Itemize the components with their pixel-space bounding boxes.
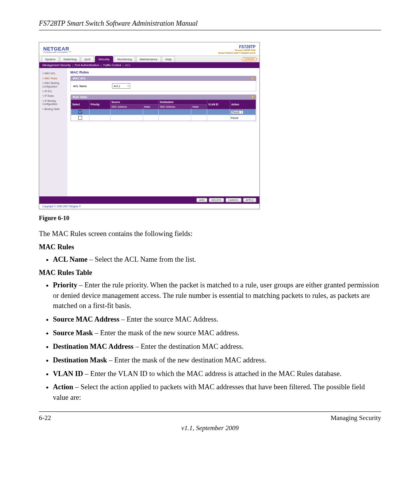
footer-section-name: Managing Security (331, 414, 381, 422)
col-dst-mac: MAC Address (159, 105, 191, 109)
page-footer: 6-22 Managing Security v1.1, September 2… (39, 411, 381, 432)
field-vlan-id: VLAN ID – Enter the VLAN ID to which the… (53, 369, 381, 379)
sidenav-mac-binding[interactable]: » MAC Binding Configuration (41, 81, 66, 89)
sub-nav-bar: Management Security| Port Authentication… (39, 62, 259, 68)
tab-switching[interactable]: Switching (60, 56, 80, 62)
section-mac-rules-table-heading: MAC Rules Table (39, 269, 381, 277)
col-dst-mask: Mask (191, 105, 207, 109)
field-action: Action – Select the action applied to pa… (53, 382, 381, 403)
add-button[interactable]: ADD (196, 198, 207, 202)
sidenav-ip-rules[interactable]: » IP Rules (41, 94, 66, 98)
screenshot-ui: NETGEAR Connect with Innovation ™ FS728T… (39, 42, 260, 209)
help-icon[interactable]: ? (251, 96, 254, 99)
col-action: Action (230, 100, 256, 109)
brand-tagline: Connect with Innovation ™ (43, 51, 71, 53)
field-source-mask: Source Mask – Enter the mask of the new … (53, 328, 381, 338)
field-dest-mac: Destination MAC Address – Enter the dest… (53, 341, 381, 352)
footer-version: v1.1, September 2009 (39, 424, 381, 432)
copyright-text: Copyright © 1996-2007 Netgear ® (39, 204, 259, 209)
tab-help[interactable]: Help (162, 56, 175, 62)
col-vlan-id: VLAN ID (207, 100, 230, 109)
mac-rules-table-list: Priority – Enter the rule priority. When… (39, 280, 381, 403)
field-acl-name: ACL Name – Select the ACL Name from the … (53, 254, 381, 265)
logout-button[interactable]: LOGOUT (242, 57, 257, 61)
select-checkbox[interactable] (78, 116, 82, 120)
figure-caption: Figure 6-10 (39, 215, 381, 222)
action-footer-bar: ADD DELETE CANCEL APPLY (39, 196, 259, 204)
col-priority: Priority (89, 100, 110, 109)
model-subtitle-1: 24-port 10/100 PoE (218, 49, 256, 52)
panel-title: MAC Rules (70, 70, 256, 74)
subnav-port-auth[interactable]: Port Authentication (75, 63, 99, 67)
panel-rule-table-header: Rule Table ? (70, 94, 256, 100)
rule-row[interactable]: Permit (71, 115, 256, 121)
acl-name-select[interactable]: ACL1 (112, 83, 130, 89)
tab-monitoring[interactable]: Monitoring (114, 56, 135, 62)
subnav-traffic-control[interactable]: Traffic Control (103, 63, 121, 67)
sidenav-ip-binding[interactable]: » IP Binding Configuration (41, 99, 66, 107)
figure: NETGEAR Connect with Innovation ™ FS728T… (39, 42, 381, 222)
model-subtitle-2: Smart Switch with 4 Gigabit ports (218, 52, 256, 54)
intro-paragraph: The MAC Rules screen contains the follow… (39, 229, 381, 239)
rule-table: Select Priority Source Destination VLAN … (71, 100, 256, 121)
col-select: Select (71, 100, 89, 109)
main-tab-bar: System Switching QoS Security Monitoring… (39, 56, 259, 62)
sidenav-binding-table[interactable]: » Binding Table (41, 107, 66, 112)
section-mac-rules-heading: MAC Rules (39, 243, 381, 251)
sidenav-ip-acl[interactable]: » IP ACL (41, 89, 66, 94)
field-source-mac: Source MAC Address – Enter the source MA… (53, 314, 381, 325)
col-source: Source (110, 100, 159, 105)
tab-system[interactable]: System (42, 56, 59, 62)
delete-button[interactable]: DELETE (209, 198, 224, 202)
field-dest-mask: Destination Mask – Enter the mask of the… (53, 355, 381, 366)
help-icon[interactable]: ? (251, 77, 254, 80)
tab-qos[interactable]: QoS (81, 56, 94, 62)
model-name: FS728TP (218, 45, 256, 49)
action-select[interactable]: Permit (231, 110, 243, 114)
sidenav-mac-rules[interactable]: » MAC Rules (41, 76, 66, 81)
col-src-mac: MAC Address (110, 105, 143, 109)
tab-maintenance[interactable]: Maintenance (136, 56, 161, 62)
sidenav-mac-acl[interactable]: » MAC ACL (41, 71, 66, 76)
side-nav: » MAC ACL » MAC Rules » MAC Binding Conf… (39, 68, 67, 196)
page-header: FS728TP Smart Switch Software Administra… (39, 19, 381, 30)
select-checkbox[interactable] (78, 110, 82, 114)
tab-security[interactable]: Security (95, 56, 113, 62)
col-src-mask: Mask (143, 105, 158, 109)
mac-rules-list: ACL Name – Select the ACL Name from the … (39, 254, 381, 265)
footer-page-number: 6-22 (39, 414, 51, 422)
cancel-button[interactable]: CANCEL (226, 198, 241, 202)
col-destination: Destination (159, 100, 207, 105)
action-value: Permit (231, 117, 238, 119)
rule-row-selected[interactable]: Permit (71, 109, 256, 115)
field-priority: Priority – Enter the rule priority. When… (53, 280, 381, 311)
acl-name-label: ACL Name (73, 85, 108, 88)
subnav-mgmt-security[interactable]: Management Security (42, 63, 71, 67)
apply-button[interactable]: APPLY (243, 198, 256, 202)
subnav-acl[interactable]: ACL (125, 63, 131, 67)
panel-mac-acl-header: MAC ACL ? (70, 76, 256, 81)
